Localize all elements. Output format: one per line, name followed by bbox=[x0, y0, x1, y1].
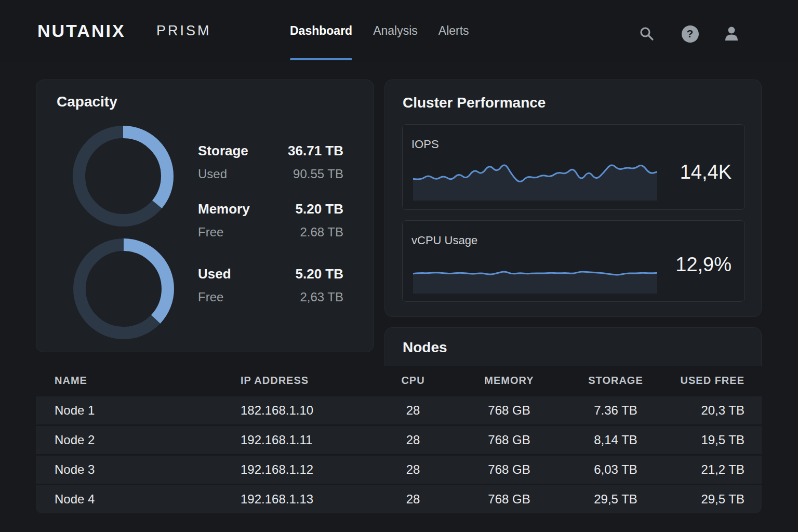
col-header-storage: STORAGE bbox=[569, 375, 662, 387]
col-header-used-free: USED FREE bbox=[662, 375, 744, 387]
cell-memory: 768 GB bbox=[449, 492, 569, 507]
top-nav-bar: NUTANIX PRISM Dashboard Analysis Alerts … bbox=[0, 0, 798, 61]
cell-used-free: 29,5 TB bbox=[662, 492, 744, 507]
stat-memory: Memory 5.20 TB bbox=[198, 200, 343, 218]
cell-memory: 768 GB bbox=[449, 462, 569, 477]
stat-free-1: Free 2.68 TB bbox=[198, 223, 343, 241]
cell-name: Node 4 bbox=[55, 492, 241, 507]
cell-used-free: 21,2 TB bbox=[662, 462, 744, 477]
stat-used-2: Used 5.20 TB bbox=[198, 265, 343, 283]
stat-memory-label: Memory bbox=[198, 200, 250, 218]
prism-dashboard-screen: NUTANIX PRISM Dashboard Analysis Alerts … bbox=[0, 0, 798, 532]
nutanix-logo[interactable]: NUTANIX bbox=[37, 0, 126, 61]
iops-label: IOPS bbox=[411, 138, 439, 151]
tab-analysis[interactable]: Analysis bbox=[363, 0, 428, 61]
table-row-node-1[interactable]: Node 1 182.168.1.10 28 768 GB 7.36 TB 20… bbox=[36, 396, 762, 424]
cell-storage: 6,03 TB bbox=[569, 462, 662, 477]
nodes-table-header: NAME IP ADDRESS CPU MEMORY STORAGE USED … bbox=[36, 366, 762, 395]
cell-storage: 8,14 TB bbox=[569, 433, 662, 447]
memory-donut-chart bbox=[72, 237, 176, 341]
capacity-card-title: Capacity bbox=[57, 94, 117, 110]
table-row-node-2[interactable]: Node 2 192.168.1.11 28 768 GB 8,14 TB 19… bbox=[36, 426, 762, 454]
tab-analysis-label: Analysis bbox=[373, 24, 418, 38]
stat-free-1-label: Free bbox=[198, 223, 223, 241]
stat-storage: Storage 36.71 TB bbox=[198, 142, 343, 159]
stat-used-1-label: Used bbox=[198, 165, 227, 183]
iops-sparkline-chart bbox=[413, 155, 657, 201]
cell-memory: 768 GB bbox=[449, 403, 569, 418]
cell-memory: 768 GB bbox=[449, 433, 569, 447]
cell-used-free: 20,3 TB bbox=[662, 403, 744, 418]
cell-cpu: 28 bbox=[377, 492, 449, 507]
cell-cpu: 28 bbox=[377, 462, 449, 477]
cell-ip: 192.168.1.11 bbox=[241, 433, 377, 447]
search-icon[interactable] bbox=[637, 24, 656, 43]
tab-alerts-label: Alerts bbox=[438, 24, 469, 38]
stat-free-2-value: 2,63 TB bbox=[300, 288, 343, 306]
vcpu-sparkline-chart bbox=[413, 261, 657, 294]
help-question-glyph: ? bbox=[682, 25, 699, 43]
cell-name: Node 2 bbox=[55, 433, 241, 447]
table-row-node-4[interactable]: Node 4 192.168.1.13 28 768 GB 29,5 TB 29… bbox=[36, 485, 762, 513]
stat-used-2-value: 5.20 TB bbox=[296, 265, 344, 283]
cell-storage: 7.36 TB bbox=[569, 403, 662, 418]
tab-alerts[interactable]: Alerts bbox=[428, 0, 480, 61]
storage-donut-chart bbox=[71, 124, 175, 228]
stat-memory-value: 5.20 TB bbox=[296, 200, 344, 218]
cell-ip: 192.168.1.13 bbox=[241, 492, 377, 507]
capacity-card: Capacity Storage 36.71 TB Used 90.55 TB … bbox=[36, 79, 374, 352]
iops-panel: IOPS 14,4K bbox=[402, 124, 745, 210]
cell-used-free: 19,5 TB bbox=[662, 433, 744, 447]
cell-name: Node 3 bbox=[55, 462, 241, 477]
col-header-name: NAME bbox=[55, 375, 241, 387]
user-icon[interactable] bbox=[722, 24, 741, 43]
nodes-table: NAME IP ADDRESS CPU MEMORY STORAGE USED … bbox=[36, 366, 762, 513]
col-header-memory: MEMORY bbox=[449, 375, 569, 387]
vcpu-usage-label: vCPU Usage bbox=[411, 234, 477, 247]
vcpu-usage-value: 12,9% bbox=[675, 254, 732, 276]
iops-value: 14,4K bbox=[680, 161, 732, 183]
help-icon[interactable]: ? bbox=[681, 24, 699, 43]
stat-used-1-value: 90.55 TB bbox=[293, 165, 343, 183]
product-name: PRISM bbox=[156, 0, 211, 61]
table-row-node-3[interactable]: Node 3 192.168.1.12 28 768 GB 6,03 TB 21… bbox=[36, 456, 762, 484]
cluster-performance-title: Cluster Performance bbox=[403, 95, 546, 111]
vcpu-usage-panel: vCPU Usage 12,9% bbox=[402, 220, 745, 302]
stat-storage-value: 36.71 TB bbox=[288, 142, 343, 159]
stat-free-2-label: Free bbox=[198, 288, 223, 306]
cell-ip: 182.168.1.10 bbox=[241, 403, 377, 418]
cell-cpu: 28 bbox=[377, 403, 449, 418]
cell-name: Node 1 bbox=[55, 403, 241, 418]
col-header-ip: IP ADDRESS bbox=[241, 375, 377, 387]
stat-free-1-value: 2.68 TB bbox=[300, 223, 343, 241]
stat-used-2-label: Used bbox=[198, 265, 231, 283]
nav-tabs: Dashboard Analysis Alerts bbox=[280, 0, 480, 61]
stat-storage-label: Storage bbox=[198, 142, 248, 159]
tab-dashboard-label: Dashboard bbox=[290, 24, 352, 38]
stat-free-2: Free 2,63 TB bbox=[198, 288, 343, 306]
cell-ip: 192.168.1.12 bbox=[241, 462, 377, 477]
nodes-card-title: Nodes bbox=[403, 339, 447, 356]
tab-dashboard[interactable]: Dashboard bbox=[280, 0, 363, 61]
col-header-cpu: CPU bbox=[377, 375, 449, 387]
cluster-performance-card: Cluster Performance IOPS 14,4K vCPU Usag… bbox=[384, 79, 762, 317]
stat-used-1: Used 90.55 TB bbox=[198, 165, 343, 183]
cell-cpu: 28 bbox=[377, 433, 449, 447]
cell-storage: 29,5 TB bbox=[569, 492, 662, 507]
